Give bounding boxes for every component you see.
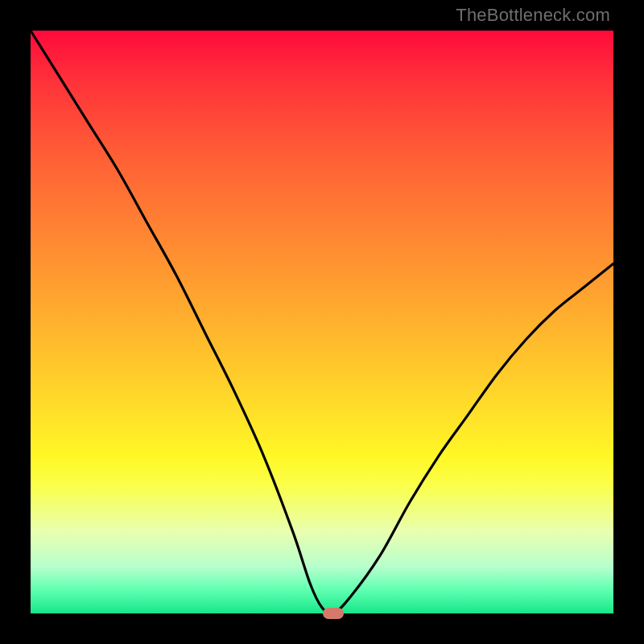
watermark-text: TheBottleneck.com [456,5,610,26]
minimum-marker [323,608,344,619]
chart-frame: TheBottleneck.com [0,0,644,644]
bottleneck-curve [31,31,613,613]
plot-area [31,31,613,613]
